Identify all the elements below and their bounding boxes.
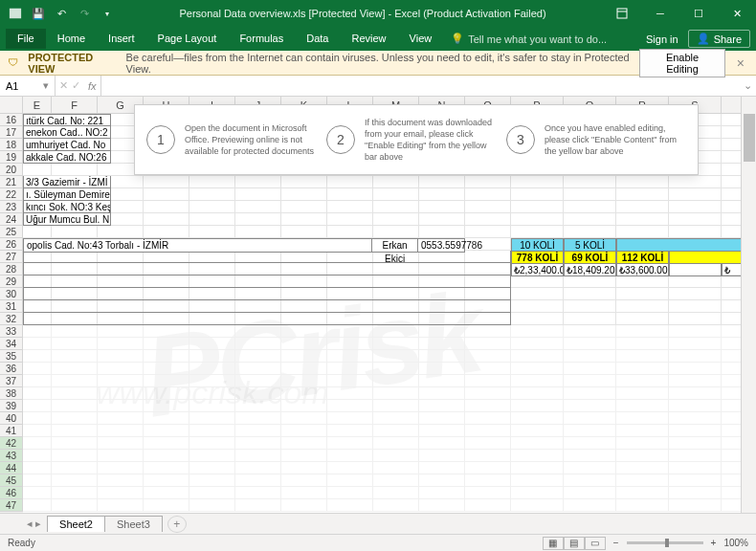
cell[interactable]: [511, 487, 564, 499]
cell[interactable]: [189, 375, 235, 387]
cell[interactable]: [23, 437, 52, 450]
address-cell[interactable]: Uğur Mumcu Bul. N: [23, 213, 111, 226]
cell[interactable]: [98, 375, 144, 387]
cell[interactable]: [465, 325, 511, 338]
row-header-24[interactable]: 24: [0, 213, 23, 226]
cell[interactable]: [373, 387, 419, 400]
cell[interactable]: [465, 226, 511, 238]
cell[interactable]: [327, 412, 373, 425]
cell[interactable]: [235, 325, 281, 338]
cell[interactable]: [373, 474, 419, 487]
row-header-43[interactable]: 43: [0, 450, 23, 462]
cell[interactable]: [465, 188, 511, 201]
cell[interactable]: [669, 425, 722, 437]
cell[interactable]: [465, 387, 511, 400]
cell[interactable]: [281, 387, 327, 400]
cell[interactable]: [189, 499, 235, 512]
cell[interactable]: [373, 425, 419, 437]
cell[interactable]: [669, 313, 722, 325]
address-cell[interactable]: enekon Cad.. NO:2: [23, 126, 111, 139]
cell[interactable]: [98, 350, 144, 363]
cell[interactable]: [235, 350, 281, 363]
cell[interactable]: [189, 474, 235, 487]
cell[interactable]: [669, 300, 722, 313]
cell[interactable]: [669, 350, 722, 363]
cell[interactable]: [465, 487, 511, 499]
cell[interactable]: [373, 325, 419, 338]
cell[interactable]: [23, 387, 52, 400]
cell[interactable]: [419, 176, 465, 188]
cell[interactable]: [327, 338, 373, 350]
cell[interactable]: [98, 450, 144, 462]
cell[interactable]: [52, 474, 98, 487]
cell[interactable]: [669, 363, 722, 375]
normal-view-button[interactable]: ▦: [543, 537, 564, 550]
row-header-21[interactable]: 21: [0, 176, 23, 188]
cell[interactable]: [564, 425, 616, 437]
cell[interactable]: [616, 425, 669, 437]
cell[interactable]: [98, 425, 144, 437]
cell[interactable]: [189, 201, 235, 213]
save-icon[interactable]: 💾: [31, 6, 46, 21]
cell[interactable]: [564, 375, 616, 387]
cell[interactable]: [373, 188, 419, 201]
cell[interactable]: [235, 462, 281, 474]
maximize-button[interactable]: ☐: [679, 0, 718, 27]
cell[interactable]: [669, 176, 722, 188]
cell[interactable]: [189, 450, 235, 462]
sheet-tab-sheet2[interactable]: Sheet2: [47, 516, 105, 532]
tab-file[interactable]: File: [6, 29, 46, 49]
cell[interactable]: [23, 363, 52, 375]
cell[interactable]: [564, 226, 616, 238]
cell[interactable]: [327, 462, 373, 474]
address-cell[interactable]: 3/3 Gaziemir - İZMİ: [23, 176, 111, 188]
cell[interactable]: [327, 201, 373, 213]
cell[interactable]: [144, 363, 189, 375]
new-sheet-button[interactable]: +: [167, 516, 187, 533]
page-break-view-button[interactable]: ▭: [585, 537, 606, 550]
cell[interactable]: [144, 450, 189, 462]
cell[interactable]: [419, 425, 465, 437]
row-header-45[interactable]: 45: [0, 474, 23, 487]
cell[interactable]: [327, 437, 373, 450]
cell[interactable]: [511, 313, 564, 325]
cell[interactable]: [327, 325, 373, 338]
cell[interactable]: [419, 375, 465, 387]
cell[interactable]: [327, 188, 373, 201]
cell[interactable]: [511, 188, 564, 201]
row-header-30[interactable]: 30: [0, 288, 23, 300]
cell[interactable]: [52, 437, 98, 450]
money-cell[interactable]: ₺18,409.20: [564, 263, 616, 276]
cell[interactable]: [98, 400, 144, 412]
vertical-scrollbar[interactable]: [741, 97, 756, 520]
cell[interactable]: [327, 350, 373, 363]
cell[interactable]: [327, 450, 373, 462]
cell[interactable]: [235, 375, 281, 387]
row-header-41[interactable]: 41: [0, 425, 23, 437]
row-header-46[interactable]: 46: [0, 487, 23, 499]
cell[interactable]: [511, 363, 564, 375]
cell[interactable]: [327, 226, 373, 238]
cell[interactable]: [52, 164, 98, 176]
cell[interactable]: [465, 400, 511, 412]
row-header-38[interactable]: 38: [0, 387, 23, 400]
cell[interactable]: [23, 338, 52, 350]
cell[interactable]: [281, 363, 327, 375]
cell[interactable]: [511, 213, 564, 226]
cell[interactable]: [327, 425, 373, 437]
cell[interactable]: [23, 412, 52, 425]
cell[interactable]: [52, 338, 98, 350]
cell[interactable]: [235, 387, 281, 400]
cell[interactable]: [616, 474, 669, 487]
address-cell[interactable]: ıtürk Cad. No: 221: [23, 114, 111, 126]
cell[interactable]: [419, 213, 465, 226]
zoom-slider[interactable]: [627, 541, 703, 544]
cell[interactable]: [144, 474, 189, 487]
cell[interactable]: [511, 338, 564, 350]
row-header-32[interactable]: 32: [0, 313, 23, 325]
cell[interactable]: [511, 462, 564, 474]
cell[interactable]: [235, 226, 281, 238]
cell[interactable]: [52, 499, 98, 512]
cell[interactable]: [465, 201, 511, 213]
cell[interactable]: [419, 338, 465, 350]
